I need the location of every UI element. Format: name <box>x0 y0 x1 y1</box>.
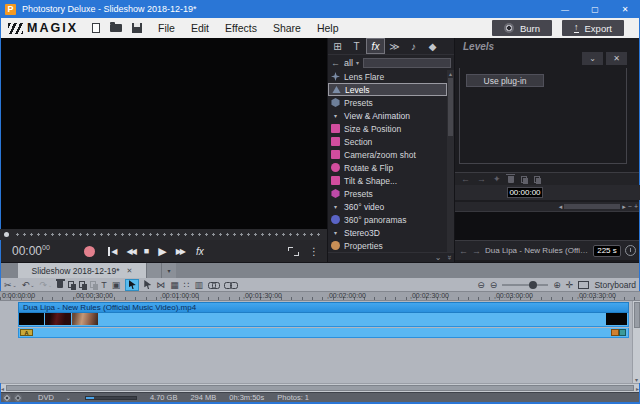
menu-edit[interactable]: Edit <box>191 22 209 34</box>
save-project-icon[interactable] <box>132 23 142 33</box>
scroll-left-icon[interactable]: ◂ <box>559 203 563 211</box>
effect-item-lens-flare[interactable]: Lens Flare <box>328 70 447 83</box>
keyframe-track[interactable]: 00:00:00 <box>455 185 640 200</box>
project-tab[interactable]: Slideshow 2018-12-19* ✕ <box>18 263 146 278</box>
keyframe-time-field[interactable]: 00:00:00 <box>507 187 543 198</box>
effect-item-section[interactable]: Section <box>328 135 447 148</box>
search-input[interactable] <box>363 58 451 68</box>
tab-media-icon[interactable]: ⊞ <box>328 38 347 54</box>
snapshot-icon[interactable]: ▣ <box>112 280 121 290</box>
zoom-slider-thumb[interactable] <box>529 281 537 289</box>
maximize-button[interactable]: ▢ <box>580 0 610 18</box>
clip-audio-track[interactable]: A <box>18 328 629 338</box>
paste-object-icon[interactable] <box>90 281 96 288</box>
effect-item-presets[interactable]: Presets <box>328 96 447 109</box>
delete-object-icon[interactable] <box>57 281 63 288</box>
effect-item-properties[interactable]: Properties <box>328 239 447 252</box>
effect-group-stereo3d[interactable]: ▾Stereo3D <box>328 226 447 239</box>
fast-forward-button[interactable]: ▶▶ <box>176 247 184 256</box>
menu-effects[interactable]: Effects <box>225 22 257 34</box>
clip-title-bar[interactable]: Dua Lipa - New Rules (Official Music Vid… <box>18 302 629 313</box>
tab-tags-icon[interactable]: ◆ <box>423 38 442 54</box>
zoom-out-vertical-icon[interactable]: ⊖ <box>477 280 485 290</box>
menu-file[interactable]: File <box>158 22 175 34</box>
scroll-right-icon[interactable]: ▸ <box>622 203 626 211</box>
tab-audio-icon[interactable]: ♪ <box>404 38 423 54</box>
jump-start-button[interactable]: ◀ <box>108 247 118 256</box>
effect-group-view-animation[interactable]: ▾View & Animation <box>328 109 447 122</box>
scrollbar-thumb[interactable] <box>564 204 620 209</box>
panel-close-button[interactable]: ✕ <box>606 52 627 65</box>
scroll-down-icon[interactable]: ▾ <box>635 376 638 383</box>
scroll-left-icon[interactable]: ◂ <box>1 385 4 392</box>
video-clip[interactable]: Dua Lipa - New Rules (Official Music Vid… <box>18 302 629 338</box>
redo-icon[interactable]: ↷ <box>40 280 48 290</box>
keyframe-scrollbar[interactable]: ◂ ▸ − + <box>455 202 640 211</box>
duration-clock-icon[interactable] <box>625 245 636 256</box>
preview-menu-icon[interactable]: ⋮ <box>309 246 319 257</box>
effect-item-size-position[interactable]: Size & Position <box>328 122 447 135</box>
tab-transitions-icon[interactable]: ≫ <box>385 38 404 54</box>
effects-scrollbar[interactable]: ▴ <box>447 70 454 252</box>
crossfade-icon[interactable]: ⋈ <box>156 280 165 290</box>
cut-icon[interactable]: ✂ <box>4 280 12 290</box>
back-icon[interactable]: ← <box>331 58 340 68</box>
double-chevron-down-icon[interactable]: » <box>444 255 453 259</box>
effect-item-rotate-flip[interactable]: Rotate & Flip <box>328 161 447 174</box>
zoom-out-icon[interactable]: − <box>628 203 632 210</box>
paste-keyframe-icon[interactable] <box>534 176 540 183</box>
fullscreen-icon[interactable] <box>288 247 299 256</box>
timeline-tracks[interactable]: Dua Lipa - New Rules (Official Music Vid… <box>0 301 640 383</box>
redo-dropdown-icon[interactable]: ⌄ <box>48 282 52 288</box>
tab-effects-icon[interactable]: fx <box>366 38 385 54</box>
record-button[interactable] <box>84 246 95 257</box>
zoom-in-icon[interactable]: + <box>634 203 638 210</box>
timeline-ruler[interactable]: 0:00:00:00 ,00:00:30:00 ,00:01:00:00 ,00… <box>0 291 640 301</box>
fit-project-icon[interactable]: ✛ <box>566 280 574 290</box>
stop-button[interactable]: ■ <box>144 246 149 256</box>
category-dropdown[interactable]: all ▾ <box>344 58 359 68</box>
cut-dropdown-icon[interactable]: ⌄ <box>13 282 17 288</box>
zoom-slider[interactable] <box>502 284 548 286</box>
undo-icon[interactable]: ↶ <box>22 280 30 290</box>
storyboard-monitor-icon[interactable] <box>578 281 589 289</box>
disc-type-value[interactable]: DVD <box>38 393 54 402</box>
scroll-up-icon[interactable]: ▴ <box>449 70 452 77</box>
media-next-icon[interactable]: → <box>472 246 481 256</box>
effect-item-presets-2[interactable]: Presets <box>328 187 447 200</box>
zoom-in-icon[interactable]: ⊕ <box>553 280 561 290</box>
grouping-icon[interactable]: ∷ <box>184 280 190 290</box>
play-button[interactable]: ▶ <box>158 245 166 258</box>
media-prev-icon[interactable]: ← <box>459 246 468 256</box>
scrollbar-thumb[interactable] <box>6 385 634 391</box>
disc-type-dropdown-icon[interactable]: ⌄ <box>66 394 71 401</box>
title-editor-icon[interactable]: T <box>101 280 107 290</box>
undo-dropdown-icon[interactable]: ⌄ <box>30 282 34 288</box>
standard-mouse-mode-button[interactable] <box>125 279 139 291</box>
menu-share[interactable]: Share <box>273 22 301 34</box>
duplicate-object-icon[interactable] <box>79 281 85 288</box>
menu-help[interactable]: Help <box>317 22 339 34</box>
scrollbar-thumb[interactable] <box>634 302 640 328</box>
track-vertical-scrollbar[interactable]: ▾ <box>632 301 640 383</box>
effect-item-camera-zoom[interactable]: Camera/zoom shot <box>328 148 447 161</box>
effect-item-tilt-shape[interactable]: Tilt & Shape... <box>328 174 447 187</box>
new-project-icon[interactable] <box>92 23 100 33</box>
preview-scrubber[interactable] <box>0 229 327 240</box>
clip-video-track[interactable] <box>18 313 629 327</box>
copy-keyframe-icon[interactable] <box>521 176 527 183</box>
effect-item-360-panoramas[interactable]: 360° panoramas <box>328 213 447 226</box>
copy-object-icon[interactable] <box>68 281 74 288</box>
playhead-marker[interactable] <box>4 232 9 237</box>
add-keyframe-icon[interactable]: ✦ <box>493 174 501 184</box>
effect-group-360-video[interactable]: ▾360° video <box>328 200 447 213</box>
add-tab-button[interactable] <box>146 263 161 278</box>
storyboard-toggle[interactable]: Storyboard <box>594 280 636 290</box>
audio-mixdown-icon[interactable]: ▥ <box>195 280 204 290</box>
tab-list-dropdown[interactable]: ▾ <box>161 263 176 278</box>
rewind-button[interactable]: ◀◀ <box>126 247 134 256</box>
use-plugin-button[interactable]: Use plug-in <box>466 74 544 87</box>
photo-length-icon[interactable]: ▦ <box>170 280 179 290</box>
burn-button[interactable]: Burn <box>492 20 552 36</box>
group-icon[interactable] <box>208 282 219 288</box>
